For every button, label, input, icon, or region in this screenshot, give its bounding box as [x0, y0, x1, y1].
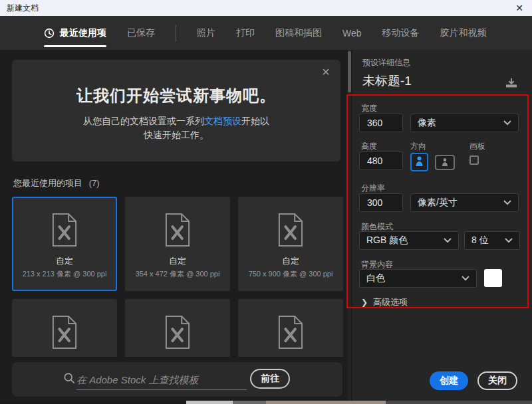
tab-label: 最近使用项	[60, 27, 106, 39]
orientation-portrait-button[interactable]	[410, 153, 428, 171]
background-color-swatch[interactable]	[484, 269, 502, 287]
card-name: 自定	[169, 255, 186, 267]
recent-card-4[interactable]	[12, 299, 117, 357]
recent-card-5[interactable]	[125, 299, 230, 357]
advanced-options-label: 高级选项	[373, 296, 408, 308]
tab-recent[interactable]: 最近使用项	[44, 16, 106, 50]
recent-card-1-selected[interactable]: 自定 213 x 213 像素 @ 300 ppi	[12, 197, 117, 291]
category-tabbar: 最近使用项 已保存 照片 打印 图稿和插图 Web 移动设备 胶片和视频	[0, 16, 532, 50]
portrait-person-icon	[415, 155, 424, 169]
width-input[interactable]	[359, 114, 403, 132]
tab-label: 照片	[197, 27, 215, 39]
card-name: 自定	[56, 255, 73, 267]
artboard-label: 画板	[469, 141, 485, 152]
background-contents-dropdown[interactable]: 白色	[359, 269, 477, 288]
tab-print[interactable]: 打印	[236, 16, 255, 50]
tab-label: 打印	[236, 27, 255, 39]
bit-depth-dropdown[interactable]: 8 位	[464, 231, 520, 250]
preset-details-header: 预设详细信息	[362, 57, 410, 68]
document-presets-link[interactable]: 文档预设	[204, 116, 241, 126]
promo-banner: ✕ 让我们开始尝试新事物吧。 从您自己的文档设置或一系列文档预设开始以 快速开始…	[12, 60, 340, 161]
banner-subtitle-text: 开始以	[241, 116, 269, 126]
width-unit-dropdown[interactable]: 像素	[410, 114, 519, 132]
tab-mobile[interactable]: 移动设备	[382, 16, 420, 50]
dialog-titlebar: 新建文档 ✕	[0, 0, 532, 16]
document-name[interactable]: 未标题-1	[362, 72, 412, 90]
chevron-down-icon	[503, 120, 511, 126]
height-label: 高度	[361, 141, 377, 152]
chevron-down-icon	[505, 238, 513, 243]
tab-art-illustration[interactable]: 图稿和插图	[275, 16, 322, 50]
tab-label: 移动设备	[382, 27, 420, 39]
background-app-sliver	[233, 401, 266, 404]
banner-close-icon[interactable]: ✕	[319, 65, 332, 78]
dialog-close-icon[interactable]: ✕	[512, 0, 527, 16]
recent-card-3[interactable]: 自定 750 x 900 像素 @ 300 ppi	[238, 197, 343, 291]
recent-items-count: (7)	[89, 178, 100, 188]
create-button[interactable]: 创建	[430, 371, 468, 390]
recent-items-title: 您最近使用的项目	[13, 178, 82, 188]
height-input[interactable]	[359, 152, 403, 170]
card-spec: 354 x 472 像素 @ 300 ppi	[136, 269, 220, 279]
tab-saved[interactable]: 已保存	[127, 16, 155, 50]
recent-cards-row-2	[12, 299, 344, 357]
background-app-sliver	[386, 401, 532, 404]
adobe-stock-searchbar: 前往	[12, 362, 342, 397]
close-button[interactable]: 关闭	[477, 371, 517, 390]
chevron-down-icon	[462, 276, 469, 281]
card-spec: 213 x 213 像素 @ 300 ppi	[23, 269, 107, 279]
width-label: 宽度	[361, 103, 377, 114]
go-button[interactable]: 前往	[250, 369, 290, 389]
background-app-sliver	[0, 401, 186, 404]
chevron-down-icon	[503, 200, 511, 205]
save-preset-icon[interactable]	[505, 78, 518, 91]
recent-items-header: 您最近使用的项目 (7)	[13, 177, 100, 189]
landscape-person-icon	[441, 157, 449, 169]
resolution-unit-dropdown[interactable]: 像素/英寸	[410, 193, 519, 212]
tab-label: 胶片和视频	[440, 27, 487, 39]
tab-label: 图稿和插图	[275, 27, 322, 39]
orientation-label: 方向	[410, 141, 426, 152]
document-template-icon	[163, 315, 192, 352]
resolution-unit-value: 像素/英寸	[418, 197, 503, 209]
banner-subtitle: 从您自己的文档设置或一系列文档预设开始以 快速开始工作。	[12, 114, 340, 142]
recent-card-2[interactable]: 自定 354 x 472 像素 @ 300 ppi	[125, 197, 230, 291]
recent-cards-row-1: 自定 213 x 213 像素 @ 300 ppi 自定 354 x 472 像…	[12, 197, 343, 291]
artboard-checkbox[interactable]	[469, 155, 479, 165]
width-unit-value: 像素	[418, 117, 503, 129]
bit-depth-value: 8 位	[471, 235, 505, 247]
background-app-sliver	[266, 401, 386, 404]
tab-label: Web	[342, 28, 362, 39]
color-mode-dropdown[interactable]: RGB 颜色	[359, 231, 459, 250]
banner-subtitle-line2: 快速开始工作。	[144, 130, 209, 140]
vertical-scrollbar[interactable]	[348, 50, 351, 401]
document-template-icon	[50, 213, 79, 250]
tab-photo[interactable]: 照片	[197, 16, 215, 50]
card-spec: 750 x 900 像素 @ 300 ppi	[249, 269, 333, 279]
recent-card-6[interactable]	[238, 299, 343, 357]
resolution-label: 分辨率	[361, 183, 385, 194]
resolution-input[interactable]	[359, 193, 403, 212]
background-app-sliver	[186, 401, 233, 404]
chevron-down-icon	[444, 238, 452, 243]
advanced-options-toggle[interactable]: ❯ 高级选项	[361, 296, 408, 308]
orientation-landscape-button[interactable]	[435, 155, 455, 170]
tab-divider	[176, 25, 176, 42]
clock-icon	[44, 28, 55, 39]
stock-search-input[interactable]	[76, 370, 247, 390]
tab-web[interactable]: Web	[342, 16, 362, 50]
banner-title: 让我们开始尝试新事物吧。	[12, 85, 340, 106]
preset-details-panel: 预设详细信息 未标题-1 宽度 像素 高度 方向 画板 分辨率 像素/英寸	[352, 50, 532, 401]
card-name: 自定	[282, 255, 299, 267]
scrollbar-thumb[interactable]	[348, 51, 351, 92]
background-contents-value: 白色	[366, 272, 462, 284]
new-document-dialog: 新建文档 ✕ 最近使用项 已保存 照片 打印 图稿和插图 Web 移动设备 胶片…	[0, 0, 532, 401]
recent-cards-row-2-clipped	[12, 299, 344, 357]
recent-documents-area: ✕ 让我们开始尝试新事物吧。 从您自己的文档设置或一系列文档预设开始以 快速开始…	[0, 50, 347, 401]
document-template-icon	[276, 315, 305, 352]
tab-film-video[interactable]: 胶片和视频	[440, 16, 487, 50]
dialog-title: 新建文档	[0, 3, 39, 14]
color-mode-value: RGB 颜色	[366, 235, 444, 247]
document-template-icon	[276, 213, 305, 250]
chevron-right-icon: ❯	[361, 298, 368, 307]
